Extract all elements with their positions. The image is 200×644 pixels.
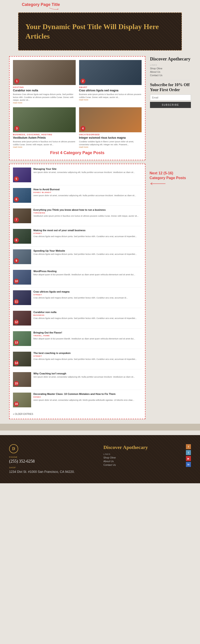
subscribe-button[interactable]: SUBSCRIBE <box>150 102 191 108</box>
list-post-image-6: 6 <box>13 188 31 203</box>
footer-right: Discover Apothecary Links Shop OlineAbou… <box>104 444 191 467</box>
footer-link-about-us[interactable]: About Us <box>104 460 181 462</box>
list-post-13[interactable]: 13 Bringing Out the Flavor! TRAVEL, HOME… <box>13 331 142 349</box>
list-post-content-13: Bringing Out the Flavor! TRAVEL, HOME lb… <box>34 331 142 346</box>
list-post-11[interactable]: 11 Cras ultrices ligula sed magna STREET… <box>13 290 142 308</box>
older-entries[interactable]: « OLDER ENTRIES <box>13 413 142 415</box>
twitter-icon[interactable]: t <box>186 450 191 455</box>
list-post-content-5: Managing Your Site rem ipsum dolor sit a… <box>34 168 142 182</box>
main-wrapper: 1 HOSTING Curabitur non nulla Business C… <box>0 52 200 424</box>
post-card-1[interactable]: 1 HOSTING Curabitur non nulla Business C… <box>13 60 76 104</box>
list-post-7[interactable]: 7 Everything you Think you know about ho… <box>13 208 142 226</box>
list-post-title-15: Why Coaching isn't enough <box>34 372 142 375</box>
footer-shop-label: Shop <box>9 466 96 469</box>
footer-links-label: Links <box>104 453 181 455</box>
sidebar-link-shop[interactable]: Shop Oline <box>150 67 191 70</box>
footer-phone: (255) 352-6258 <box>9 459 96 464</box>
list-post-title-8: Making the most out of your small busine… <box>34 229 142 232</box>
post-number-badge-3: 3 <box>14 126 19 131</box>
list-post-5[interactable]: 5 Managing Your Site rem ipsum dolor sit… <box>13 168 142 185</box>
list-post-image-12: 12 <box>13 311 31 326</box>
linkedin-icon[interactable]: in <box>186 462 191 467</box>
list-post-badge-16: 16 <box>14 402 19 406</box>
list-post-excerpt-15: rem ipsum dolor sit amet, consectetur ad… <box>34 376 142 378</box>
list-post-title-12: Curabitur non nulla <box>34 311 142 314</box>
spacer <box>0 424 200 430</box>
list-post-image-10: 10 <box>13 270 31 284</box>
post-card-3[interactable]: 3 BUSINESS, COACHING, HOSTING Vestibulum… <box>13 107 76 148</box>
post-category-2: SMART <box>79 86 142 88</box>
list-post-6[interactable]: 6 How to Avoid Burnout DONEC BLANDIT ore… <box>13 188 142 206</box>
list-post-content-9: Speeding Up Your Website Cras ultrices l… <box>34 249 142 264</box>
first-posts-section: 1 HOSTING Curabitur non nulla Business C… <box>9 56 146 160</box>
list-post-badge-5: 5 <box>14 176 19 182</box>
footer-link-shop-oline[interactable]: Shop Oline <box>104 456 181 459</box>
list-post-content-11: Cras ultrices ligula sed magna STREET Cr… <box>34 290 142 305</box>
sidebar: Discover Apothecary Links Shop Oline Abo… <box>150 56 191 108</box>
list-post-excerpt-8: Cras ultrices ligula sed magna dictum po… <box>34 235 142 238</box>
list-post-content-7: Everything you Think you know about how … <box>34 208 142 223</box>
list-post-content-12: Curabitur non nulla BUSINESS Cras ultric… <box>34 311 142 326</box>
list-post-category-16: DONEC <box>34 396 142 398</box>
list-post-10[interactable]: 10 WordPress Hosting lbitur aliquet quam… <box>13 270 142 288</box>
list-post-title-14: The best coaching is unspoken <box>34 352 142 354</box>
list-post-12[interactable]: 12 Curabitur non nulla BUSINESS Cras ult… <box>13 311 142 328</box>
annotation-bar: Category Page Title <box>0 0 200 12</box>
list-post-badge-9: 9 <box>14 258 19 263</box>
post-excerpt-4: Curabitur sodales ligula in libero Lorem… <box>79 140 142 146</box>
list-post-excerpt-6: orem ipsum dolor sit amet, consectetur a… <box>34 194 142 197</box>
sidebar-link-contact[interactable]: Contact Us <box>150 74 191 76</box>
list-post-title-10: WordPress Hosting <box>34 270 142 272</box>
list-post-badge-10: 10 <box>14 279 19 284</box>
list-post-content-10: WordPress Hosting lbitur aliquet quam id… <box>34 270 142 284</box>
read-more-2[interactable]: read more <box>79 99 142 101</box>
list-posts-container: 5 Managing Your Site rem ipsum dolor sit… <box>13 168 142 410</box>
list-post-excerpt-12: Cras ultrices ligula sed magna dictum po… <box>34 317 142 320</box>
list-post-excerpt-13: lbitur aliquet quam id dui pousere bland… <box>34 337 142 340</box>
list-post-badge-8: 8 <box>14 238 19 243</box>
youtube-icon[interactable]: ▶ <box>186 456 191 461</box>
list-post-image-5: 5 <box>13 168 31 182</box>
post-card-2[interactable]: 2 SMART Cras ultrices ligula sed magna B… <box>79 60 142 104</box>
list-post-badge-7: 7 <box>14 217 19 222</box>
list-post-excerpt-5: rem ipsum dolor sit amet, consectetur ad… <box>34 171 142 174</box>
next-posts-label: Next 12 (5-16)Category Page Posts <box>150 171 190 186</box>
list-post-8[interactable]: 8 Making the most out of your small busi… <box>13 229 142 247</box>
list-post-badge-15: 15 <box>14 381 19 386</box>
hero-title: Your Dynamic Post Title Will Display Her… <box>26 22 174 41</box>
post-excerpt-2: Business ante ipsum primis in faucibus o… <box>79 93 142 99</box>
list-post-16[interactable]: 16 Decorating Master Class: 10 Common Mi… <box>13 392 142 410</box>
sidebar-link-about[interactable]: About Us <box>150 70 191 73</box>
list-post-category-7: THROWING <box>34 212 142 214</box>
post-number-badge-2: 2 <box>80 79 86 84</box>
list-post-excerpt-14: Cras ultrices ligula sed magna dictum po… <box>34 358 142 361</box>
post-image-1: 1 <box>13 60 76 85</box>
list-post-excerpt-9: Cras ultrices ligula sed magna dictum po… <box>34 253 142 256</box>
next-posts-section: Next 12 (5-16)Category Page Posts 5 Mana… <box>9 164 146 419</box>
list-post-14[interactable]: 14 The best coaching is unspoken STREET … <box>13 352 142 370</box>
social-icons: ft▶in <box>186 444 191 467</box>
footer-link-contact-us[interactable]: Contact Us <box>104 464 181 466</box>
list-post-content-6: How to Avoid Burnout DONEC BLANDIT orem … <box>34 188 142 203</box>
post-category-3: BUSINESS, COACHING, HOSTING <box>13 134 76 136</box>
list-post-image-11: 11 <box>13 290 31 305</box>
hero-banner: Your Dynamic Post Title Will Display Her… <box>18 12 182 50</box>
read-more-4[interactable]: read more <box>79 146 142 148</box>
email-input[interactable] <box>150 94 191 100</box>
footer-brand-title: Discover Apothecary <box>104 444 181 451</box>
read-more-3[interactable]: read more <box>13 146 76 148</box>
list-post-15[interactable]: 15 Why Coaching isn't enough rem ipsum d… <box>13 372 142 390</box>
facebook-icon[interactable]: f <box>186 444 191 449</box>
read-more-1[interactable]: read more <box>13 102 76 104</box>
post-number-badge-4: 4 <box>80 126 86 131</box>
list-post-badge-6: 6 <box>14 197 19 202</box>
post-card-4[interactable]: 4 UNCATEGORISED Integer euismod risus lu… <box>79 107 142 148</box>
list-post-image-8: 8 <box>13 229 31 244</box>
subscribe-title: Subscribe for 10% Off Your First Order <box>150 82 191 92</box>
list-post-9[interactable]: 9 Speeding Up Your Website Cras ultrices… <box>13 249 142 267</box>
list-post-badge-12: 12 <box>14 320 19 324</box>
post-title-1: Curabitur non nulla <box>13 89 76 92</box>
list-post-excerpt-16: orem ipsum dolor sit amet, consectetur a… <box>34 399 142 402</box>
list-post-badge-14: 14 <box>14 360 19 366</box>
post-number-badge-1: 1 <box>14 79 19 84</box>
